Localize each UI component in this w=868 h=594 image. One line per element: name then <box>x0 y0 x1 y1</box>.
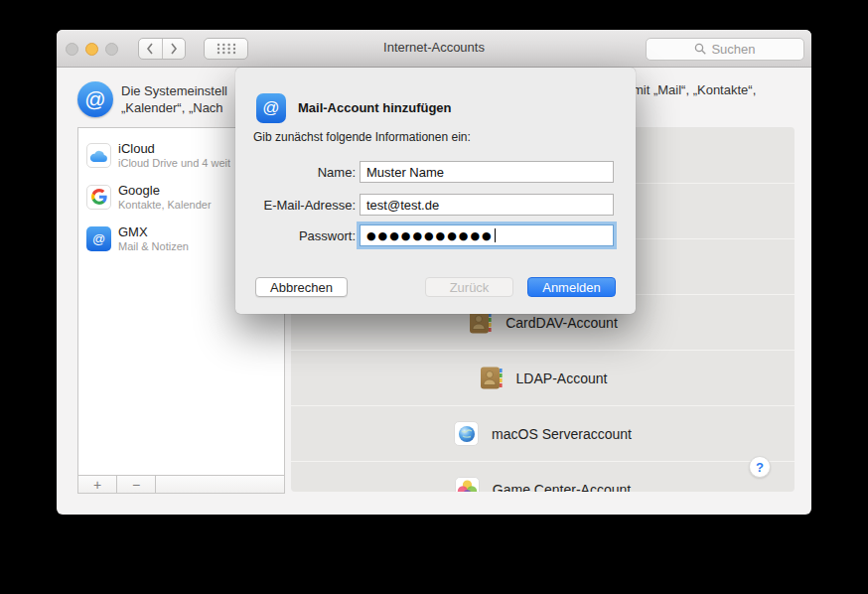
account-desc: iCloud Drive und 4 weit <box>118 157 230 169</box>
pane-description-right: mit „Mail“, „Kontakte“, <box>633 82 756 97</box>
screenshot-stage: Internet-Accounts Suchen @ Die Systemein… <box>0 0 868 594</box>
account-type-game-center[interactable]: Game Center-Account <box>291 461 795 492</box>
cancel-button[interactable]: Abbrechen <box>255 277 348 297</box>
icloud-icon <box>86 143 111 168</box>
account-desc: Mail & Notizen <box>118 240 189 252</box>
dialog-title: Mail-Account hinzufügen <box>298 100 452 115</box>
server-globe-icon <box>454 421 479 446</box>
search-input[interactable]: Suchen <box>646 38 804 61</box>
at-glyph: @ <box>92 231 105 246</box>
mail-at-icon: @ <box>256 93 286 123</box>
contacts-book-icon <box>479 366 504 390</box>
game-center-icon <box>455 477 480 492</box>
name-field[interactable]: Muster Name <box>360 161 614 183</box>
dialog-subtitle: Gib zunächst folgende Informationen ein: <box>253 130 471 144</box>
email-label: E-Mail-Adresse: <box>235 198 356 213</box>
account-desc: Kontakte, Kalender <box>118 199 212 211</box>
add-account-button[interactable]: + <box>78 476 117 493</box>
account-type-label: CardDAV-Account <box>506 315 618 331</box>
account-type-label: LDAP-Account <box>516 371 608 386</box>
at-tile-icon: @ <box>86 226 111 251</box>
email-value: test@test.de <box>366 198 439 213</box>
password-label: Passwort: <box>235 228 356 243</box>
search-icon <box>694 43 707 56</box>
account-type-label: macOS Serveraccount <box>492 426 632 442</box>
password-field[interactable]: ●●●●●●●●●●● <box>360 224 614 246</box>
back-button-dialog[interactable]: Zurück <box>425 277 513 297</box>
pane-description-left: Die Systemeinstell „Kalender“, „Nach <box>121 82 227 116</box>
account-type-macos-server[interactable]: macOS Serveraccount <box>291 405 795 461</box>
name-value: Muster Name <box>366 165 444 180</box>
password-dots: ●●●●●●●●●●● <box>366 229 494 242</box>
help-button[interactable]: ? <box>749 456 771 478</box>
sign-in-button[interactable]: Anmelden <box>527 277 616 297</box>
at-glyph: @ <box>262 98 279 118</box>
add-mail-account-dialog: @ Mail-Account hinzufügen Gib zunächst f… <box>235 68 636 314</box>
account-name: Google <box>118 183 212 198</box>
internet-accounts-icon: @ <box>77 81 113 117</box>
email-field[interactable]: test@test.de <box>360 194 614 216</box>
google-icon <box>86 185 111 210</box>
account-name: GMX <box>118 224 189 239</box>
description-line: „Kalender“, „Nach <box>121 99 227 116</box>
search-placeholder: Suchen <box>711 42 755 57</box>
text-cursor <box>495 228 496 242</box>
at-glyph: @ <box>84 87 105 111</box>
name-label: Name: <box>235 165 356 180</box>
description-line: Die Systemeinstell <box>121 82 227 99</box>
sidebar-toolbar: + − <box>78 475 284 493</box>
account-type-ldap[interactable]: LDAP-Account <box>291 350 795 405</box>
account-name: iCloud <box>118 141 230 156</box>
titlebar: Internet-Accounts Suchen <box>57 30 811 68</box>
remove-account-button[interactable]: − <box>117 476 156 493</box>
account-type-label: Game Center-Account <box>493 482 631 493</box>
